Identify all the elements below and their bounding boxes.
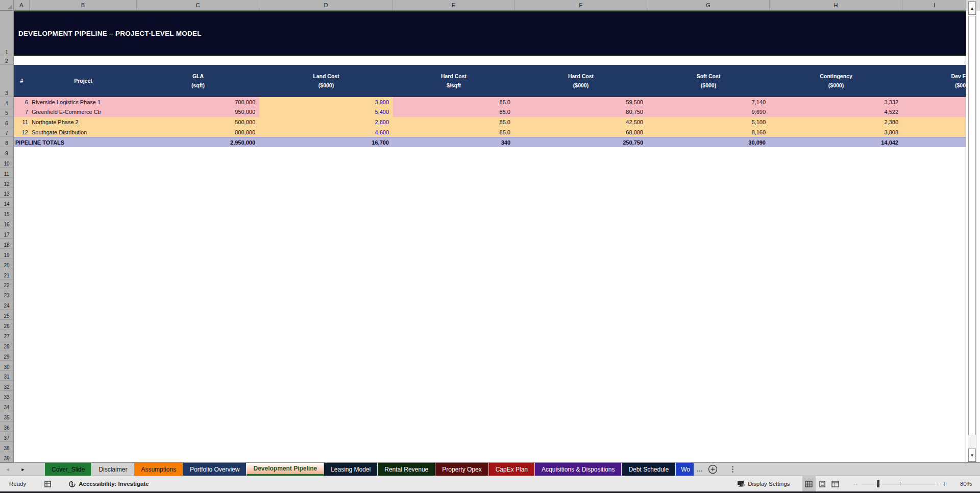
row-header-24[interactable]: 24 bbox=[0, 299, 13, 310]
row-header-23[interactable]: 23 bbox=[0, 289, 13, 299]
row-header-39[interactable]: 39 bbox=[0, 452, 13, 462]
row-header-37[interactable]: 37 bbox=[0, 432, 13, 442]
cell-hc_sqft[interactable]: 85.0 bbox=[393, 127, 514, 137]
accessibility-status[interactable]: Accessibility: Investigate bbox=[68, 480, 149, 488]
header-cell-land-cost[interactable]: Land Cost($000) bbox=[259, 65, 393, 97]
column-header-I[interactable]: I bbox=[902, 0, 966, 10]
sheet-tab-acquisitions-dispositions[interactable]: Acquisitions & Dispositions bbox=[535, 463, 622, 476]
row-header-36[interactable]: 36 bbox=[0, 421, 13, 432]
row-header-34[interactable]: 34 bbox=[0, 401, 13, 411]
zoom-out-icon[interactable]: − bbox=[853, 480, 857, 488]
row-header-10[interactable]: 10 bbox=[0, 157, 13, 168]
row-header-20[interactable]: 20 bbox=[0, 259, 13, 269]
row-header-5[interactable]: 5 bbox=[0, 107, 13, 118]
tab-nav-right-icon[interactable]: ► bbox=[15, 463, 31, 476]
empty-grid-area[interactable] bbox=[14, 147, 966, 462]
cell-hc_sqft[interactable]: 85.0 bbox=[393, 97, 514, 107]
cell-cont[interactable]: 3,332 bbox=[770, 97, 902, 107]
row-header-38[interactable]: 38 bbox=[0, 442, 13, 452]
sheet-tab-portfolio-overview[interactable]: Portfolio Overview bbox=[183, 463, 247, 476]
row-header-33[interactable]: 33 bbox=[0, 391, 13, 401]
column-header-D[interactable]: D bbox=[259, 0, 393, 10]
row-header-6[interactable]: 6 bbox=[0, 117, 13, 127]
row-header-16[interactable]: 16 bbox=[0, 218, 13, 228]
row-header-32[interactable]: 32 bbox=[0, 381, 13, 391]
cell-num[interactable]: 6 bbox=[14, 97, 30, 107]
row-header-1[interactable]: 1 bbox=[0, 11, 13, 56]
cell-cont[interactable]: 4,522 bbox=[770, 107, 902, 118]
header-cell--[interactable]: # bbox=[14, 65, 30, 97]
column-header-B[interactable]: B bbox=[30, 0, 137, 10]
row-header-7[interactable]: 7 bbox=[0, 127, 13, 137]
cell-project[interactable]: Greenfield E-Commerce Ctr bbox=[30, 107, 137, 118]
display-settings-button[interactable]: Display Settings bbox=[737, 480, 790, 487]
sheet-tab-disclaimer[interactable]: Disclaimer bbox=[92, 463, 134, 476]
row-header-12[interactable]: 12 bbox=[0, 178, 13, 188]
row-header-18[interactable]: 18 bbox=[0, 239, 13, 249]
cell-gla[interactable]: 700,000 bbox=[137, 97, 259, 107]
header-cell-hard-cost[interactable]: Hard Cost($000) bbox=[514, 65, 647, 97]
sheet-tab-capex-plan[interactable]: CapEx Plan bbox=[489, 463, 535, 476]
new-sheet-button[interactable] bbox=[706, 463, 719, 476]
cell-land[interactable]: 4,600 bbox=[259, 127, 393, 137]
cell-gla[interactable]: 800,000 bbox=[137, 127, 259, 137]
page-break-preview-button[interactable] bbox=[829, 476, 842, 491]
totals-soft[interactable]: 30,090 bbox=[647, 137, 770, 147]
sheet-tab-debt-schedule[interactable]: Debt Schedule bbox=[622, 463, 676, 476]
row-header-31[interactable]: 31 bbox=[0, 371, 13, 381]
normal-view-button[interactable] bbox=[802, 476, 816, 491]
page-layout-view-button[interactable] bbox=[816, 476, 829, 491]
zoom-slider[interactable] bbox=[862, 480, 938, 487]
row-header-4[interactable]: 4 bbox=[0, 97, 13, 107]
column-header-F[interactable]: F bbox=[514, 0, 647, 10]
row-header-8[interactable]: 8 bbox=[0, 137, 13, 147]
zoom-level[interactable]: 80% bbox=[951, 481, 972, 487]
cell-devfee-clipped[interactable] bbox=[902, 97, 966, 107]
cell-project[interactable]: Northgate Phase 2 bbox=[30, 117, 137, 127]
row-header-22[interactable]: 22 bbox=[0, 279, 13, 290]
row-header-21[interactable]: 21 bbox=[0, 269, 13, 279]
vertical-scrollbar[interactable]: ▲ ▼ bbox=[968, 1, 976, 462]
row-header-27[interactable]: 27 bbox=[0, 330, 13, 340]
column-header-C[interactable]: C bbox=[137, 0, 259, 10]
header-cell-hard-cost[interactable]: Hard Cost$/sqft bbox=[393, 65, 514, 97]
row-header-3[interactable]: 3 bbox=[0, 65, 13, 97]
cell-hc[interactable]: 80,750 bbox=[514, 107, 647, 118]
sheet-tab-rental-revenue[interactable]: Rental Revenue bbox=[378, 463, 435, 476]
totals-hc[interactable]: 250,750 bbox=[514, 137, 647, 147]
cell-devfee-clipped[interactable] bbox=[902, 107, 966, 118]
row-header-19[interactable]: 19 bbox=[0, 249, 13, 259]
cell-hc_sqft[interactable]: 85.0 bbox=[393, 107, 514, 118]
scroll-down-icon[interactable]: ▼ bbox=[968, 449, 976, 462]
cell-hc_sqft[interactable]: 85.0 bbox=[393, 117, 514, 127]
cell-soft[interactable]: 8,160 bbox=[647, 127, 770, 137]
cell-cont[interactable]: 2,380 bbox=[770, 117, 902, 127]
cell-land[interactable]: 5,400 bbox=[259, 107, 393, 118]
cell-hc[interactable]: 68,000 bbox=[514, 127, 647, 137]
sheet-tab-development-pipeline[interactable]: Development Pipeline bbox=[247, 463, 324, 476]
tab-nav-left-icon[interactable]: ◄ bbox=[0, 463, 15, 476]
row-header-26[interactable]: 26 bbox=[0, 320, 13, 330]
sheet-tab-assumptions[interactable]: Assumptions bbox=[134, 463, 183, 476]
row-header-11[interactable]: 11 bbox=[0, 168, 13, 178]
column-header-E[interactable]: E bbox=[393, 0, 514, 10]
cell-num[interactable]: 11 bbox=[14, 117, 30, 127]
row-header-29[interactable]: 29 bbox=[0, 350, 13, 361]
cell-num[interactable]: 12 bbox=[14, 127, 30, 137]
totals-gla[interactable]: 2,950,000 bbox=[137, 137, 259, 147]
cell-hc[interactable]: 59,500 bbox=[514, 97, 647, 107]
row-header-13[interactable]: 13 bbox=[0, 188, 13, 198]
row-header-15[interactable]: 15 bbox=[0, 208, 13, 218]
zoom-slider-thumb[interactable] bbox=[877, 480, 879, 487]
sheet-tab-wo[interactable]: Wo bbox=[676, 463, 694, 476]
row-header-14[interactable]: 14 bbox=[0, 198, 13, 208]
row-header-17[interactable]: 17 bbox=[0, 228, 13, 239]
title-banner-cell[interactable]: DEVELOPMENT PIPELINE – PROJECT-LEVEL MOD… bbox=[14, 11, 966, 56]
more-tabs-kebab-icon[interactable] bbox=[726, 463, 739, 476]
row-header-28[interactable]: 28 bbox=[0, 340, 13, 350]
row-header-30[interactable]: 30 bbox=[0, 361, 13, 371]
column-header-A[interactable]: A bbox=[14, 0, 30, 10]
row-header-9[interactable]: 9 bbox=[0, 147, 13, 157]
header-cell-dev-f[interactable]: Dev F($00 bbox=[902, 65, 966, 97]
totals-label[interactable]: PIPELINE TOTALS bbox=[14, 137, 137, 147]
